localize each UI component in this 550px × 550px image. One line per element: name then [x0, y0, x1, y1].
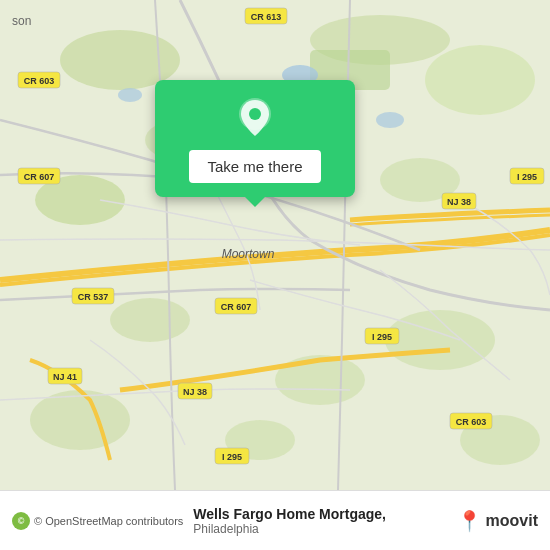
bottom-bar: © © OpenStreetMap contributors Wells Far… — [0, 490, 550, 550]
svg-text:I 295: I 295 — [372, 332, 392, 342]
osm-attribution: © © OpenStreetMap contributors — [12, 512, 183, 530]
svg-text:I 295: I 295 — [517, 172, 537, 182]
moovit-logo: 📍 moovit — [457, 509, 538, 533]
map-container: CR 613 CR 603 CR 607 I 295 NJ 38 CR 537 … — [0, 0, 550, 490]
svg-text:CR 537: CR 537 — [78, 292, 109, 302]
osm-icon: © — [12, 512, 30, 530]
svg-text:Moortown: Moortown — [222, 247, 275, 261]
svg-point-11 — [30, 390, 130, 450]
location-city: Philadelphia — [193, 522, 446, 536]
svg-text:CR 603: CR 603 — [456, 417, 487, 427]
svg-point-15 — [376, 112, 404, 128]
map-background: CR 613 CR 603 CR 607 I 295 NJ 38 CR 537 … — [0, 0, 550, 490]
svg-point-16 — [118, 88, 142, 102]
svg-text:CR 607: CR 607 — [24, 172, 55, 182]
location-info: Wells Fargo Home Mortgage, Philadelphia — [193, 506, 446, 536]
svg-point-9 — [385, 310, 495, 370]
location-pin-icon — [233, 96, 277, 140]
moovit-pin-icon: 📍 — [457, 509, 482, 533]
svg-text:CR 603: CR 603 — [24, 76, 55, 86]
svg-text:NJ 41: NJ 41 — [53, 372, 77, 382]
osm-text: © OpenStreetMap contributors — [34, 515, 183, 527]
svg-text:son: son — [12, 14, 31, 28]
svg-text:NJ 38: NJ 38 — [183, 387, 207, 397]
svg-point-44 — [249, 108, 261, 120]
svg-text:I 295: I 295 — [222, 452, 242, 462]
take-me-there-button[interactable]: Take me there — [189, 150, 320, 183]
svg-text:CR 607: CR 607 — [221, 302, 252, 312]
svg-text:NJ 38: NJ 38 — [447, 197, 471, 207]
location-name: Wells Fargo Home Mortgage, — [193, 506, 446, 522]
svg-text:CR 613: CR 613 — [251, 12, 282, 22]
svg-point-8 — [110, 298, 190, 342]
moovit-brand-text: moovit — [486, 512, 538, 530]
popup-card: Take me there — [155, 80, 355, 197]
svg-point-4 — [425, 45, 535, 115]
